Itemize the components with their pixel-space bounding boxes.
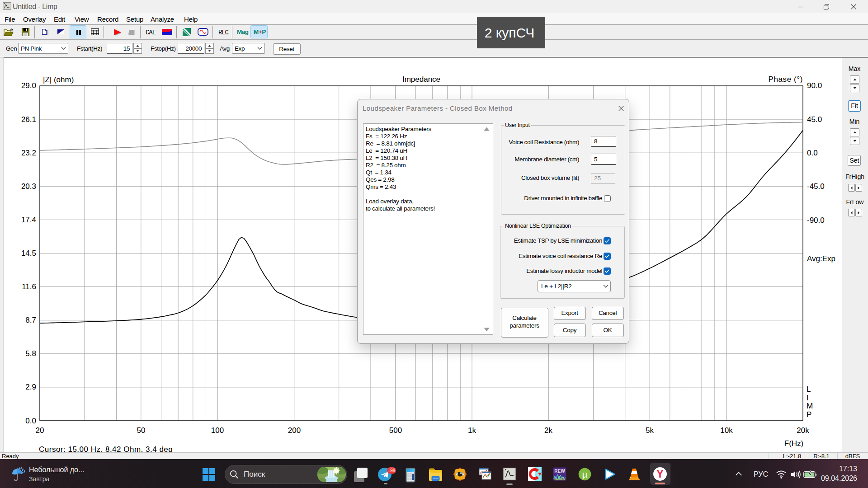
- svg-text:µ: µ: [582, 469, 587, 479]
- svg-text:..98: ..98: [388, 468, 396, 473]
- svg-text:Y: Y: [656, 468, 663, 480]
- svg-text:REW: REW: [554, 469, 565, 474]
